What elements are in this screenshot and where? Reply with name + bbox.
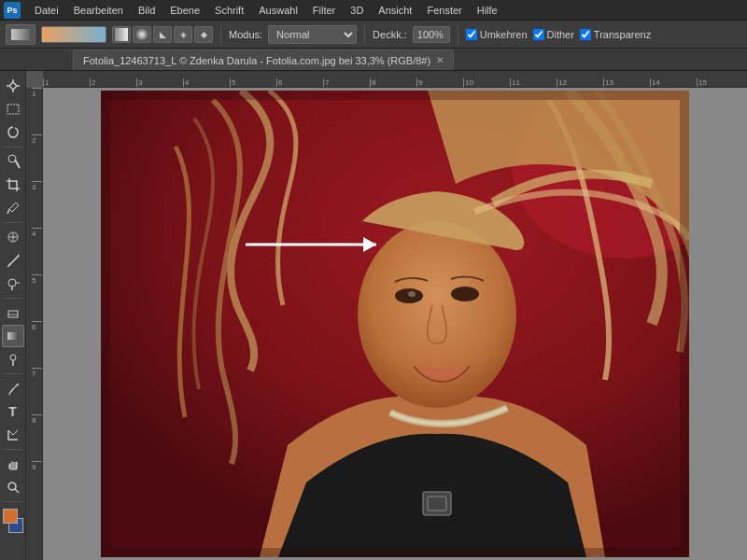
menu-auswahl[interactable]: Auswahl bbox=[252, 3, 304, 18]
options-bar: ◣ ◈ ◆ Modus: Normal Auflösen Abdunkeln M… bbox=[0, 21, 747, 49]
active-tab[interactable]: Fotolia_12463713_L © Zdenka Darula - Fot… bbox=[73, 49, 454, 70]
gradient-type-buttons: ◣ ◈ ◆ bbox=[112, 26, 213, 43]
ruler-mark-7: 7 bbox=[323, 78, 370, 87]
pen-icon bbox=[6, 381, 21, 396]
ruler-vertical: 1 2 3 4 5 6 7 8 9 bbox=[26, 88, 43, 560]
move-tool[interactable] bbox=[2, 75, 24, 97]
eyedropper-icon bbox=[6, 201, 21, 216]
clone-stamp-tool[interactable] bbox=[2, 273, 24, 295]
zoom-tool[interactable] bbox=[2, 476, 24, 498]
tab-title: Fotolia_12463713_L © Zdenka Darula - Fot… bbox=[83, 55, 430, 66]
rect-select-tool[interactable] bbox=[2, 98, 24, 120]
transparency-label: Transparenz bbox=[594, 29, 651, 40]
foreground-color-swatch[interactable] bbox=[3, 509, 18, 524]
ruler-mark-13: 13 bbox=[603, 78, 650, 87]
ruler-mark-12: 12 bbox=[557, 78, 603, 87]
ruler-vmark-7: 7 bbox=[32, 368, 42, 414]
transparency-checkbox[interactable] bbox=[580, 29, 591, 40]
tool-sep-5 bbox=[4, 449, 22, 450]
diamond-gradient-btn[interactable]: ◆ bbox=[194, 26, 213, 43]
canvas-area: 1 2 3 4 5 6 7 8 9 10 11 12 13 14 15 1 2 bbox=[26, 71, 747, 560]
tool-preset-picker[interactable] bbox=[6, 24, 35, 45]
menu-bearbeiten[interactable]: Bearbeiten bbox=[67, 3, 130, 18]
ruler-vmark-5: 5 bbox=[32, 274, 42, 321]
ruler-vmark-4: 4 bbox=[32, 228, 42, 274]
menu-3d[interactable]: 3D bbox=[344, 3, 370, 18]
tool-sep-2 bbox=[4, 222, 22, 223]
svg-line-18 bbox=[8, 394, 10, 395]
tool-sep-6 bbox=[4, 501, 22, 502]
mode-label: Modus: bbox=[229, 29, 262, 40]
svg-point-25 bbox=[395, 288, 423, 303]
ruler-mark-15: 15 bbox=[697, 78, 743, 87]
tool-sep-4 bbox=[4, 373, 22, 374]
toolbar: T bbox=[0, 71, 26, 560]
menu-datei[interactable]: Datei bbox=[28, 3, 65, 18]
app-icon: Ps bbox=[4, 2, 21, 19]
svg-rect-0 bbox=[11, 29, 30, 40]
svg-rect-13 bbox=[8, 311, 18, 317]
svg-rect-3 bbox=[7, 105, 19, 114]
svg-rect-15 bbox=[7, 332, 19, 340]
lasso-tool[interactable] bbox=[2, 121, 24, 144]
sep1 bbox=[220, 25, 221, 44]
ruler-v-marks: 1 2 3 4 5 6 7 8 9 bbox=[26, 88, 42, 508]
healing-brush-tool[interactable] bbox=[2, 226, 24, 248]
menu-ebene[interactable]: Ebene bbox=[163, 3, 206, 18]
ruler-mark-2: 2 bbox=[90, 78, 136, 87]
hand-tool[interactable] bbox=[2, 453, 24, 475]
crop-tool[interactable] bbox=[2, 174, 24, 196]
pen-tool[interactable] bbox=[2, 377, 24, 399]
ruler-mark-9: 9 bbox=[416, 78, 463, 87]
svg-rect-2 bbox=[135, 28, 148, 41]
svg-point-26 bbox=[451, 287, 479, 301]
dither-group: Dither bbox=[533, 29, 574, 40]
canvas-image[interactable] bbox=[43, 88, 747, 560]
reverse-group: Umkehren bbox=[466, 29, 528, 40]
path-select-icon bbox=[6, 427, 21, 442]
menu-fenster[interactable]: Fenster bbox=[420, 3, 468, 18]
dodge-tool[interactable] bbox=[2, 348, 24, 371]
main-area: T 1 2 3 4 5 6 7 bbox=[0, 71, 747, 560]
reflected-gradient-btn[interactable]: ◈ bbox=[174, 26, 192, 43]
magic-wand-tool[interactable] bbox=[2, 150, 24, 173]
menu-hilfe[interactable]: Hilfe bbox=[471, 3, 504, 18]
ruler-mark-8: 8 bbox=[370, 78, 416, 87]
brush-tool[interactable] bbox=[2, 249, 24, 272]
radial-gradient-btn[interactable] bbox=[133, 26, 151, 43]
mode-select[interactable]: Normal Auflösen Abdunkeln Multiplizieren… bbox=[268, 25, 357, 44]
magic-wand-icon bbox=[6, 154, 21, 169]
photo-svg bbox=[101, 91, 689, 557]
menu-bar: Ps Datei Bearbeiten Bild Ebene Schrift A… bbox=[0, 0, 747, 21]
linear-gradient-btn[interactable] bbox=[112, 26, 131, 43]
angle-gradient-btn[interactable]: ◣ bbox=[153, 26, 172, 43]
menu-ansicht[interactable]: Ansicht bbox=[372, 3, 418, 18]
ruler-vmark-9: 9 bbox=[32, 461, 42, 508]
menu-schrift[interactable]: Schrift bbox=[208, 3, 250, 18]
gradient-tool[interactable] bbox=[2, 325, 24, 347]
type-tool[interactable]: T bbox=[2, 400, 24, 423]
dither-label: Dither bbox=[547, 29, 574, 40]
ruler-vmark-3: 3 bbox=[32, 181, 42, 228]
ruler-vmark-1: 1 bbox=[32, 88, 42, 134]
ruler-vmark-2: 2 bbox=[32, 134, 42, 181]
ruler-mark-1: 1 bbox=[43, 78, 90, 87]
menu-bild[interactable]: Bild bbox=[132, 3, 162, 18]
menu-filter[interactable]: Filter bbox=[306, 3, 342, 18]
sep3 bbox=[458, 25, 458, 44]
opacity-label: Deckk.: bbox=[373, 29, 407, 40]
zoom-icon bbox=[6, 480, 21, 495]
crop-icon bbox=[6, 177, 21, 192]
dither-checkbox[interactable] bbox=[533, 29, 544, 40]
tab-close-button[interactable]: ✕ bbox=[436, 55, 444, 65]
gradient-swatch[interactable] bbox=[41, 26, 106, 43]
ruler-mark-11: 11 bbox=[510, 78, 557, 87]
eyedropper-tool[interactable] bbox=[2, 197, 24, 219]
photo-canvas bbox=[101, 91, 689, 557]
path-select-tool[interactable] bbox=[2, 424, 24, 446]
type-icon: T bbox=[8, 404, 17, 419]
eraser-tool[interactable] bbox=[2, 301, 24, 324]
opacity-input[interactable] bbox=[413, 26, 450, 43]
tab-bar: Fotolia_12463713_L © Zdenka Darula - Fot… bbox=[0, 49, 747, 71]
reverse-checkbox[interactable] bbox=[466, 29, 477, 40]
